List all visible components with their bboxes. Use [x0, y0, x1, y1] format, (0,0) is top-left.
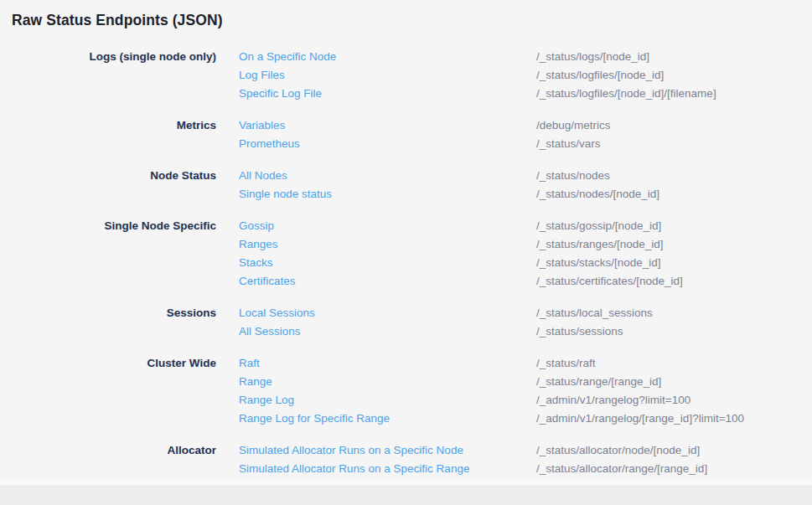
links-column: RaftRangeRange LogRange Log for Specific…: [239, 354, 514, 428]
debug-page: Raw Status Endpoints (JSON) Logs (single…: [0, 0, 812, 505]
endpoint-link[interactable]: All Sessions: [239, 322, 301, 341]
links-column: Local SessionsAll Sessions: [239, 304, 514, 341]
paths-column: /_status/logs/[node_id]/_status/logfiles…: [536, 48, 800, 103]
endpoint-link[interactable]: Gossip: [239, 217, 274, 235]
endpoint-link[interactable]: Prometheus: [239, 135, 300, 153]
endpoint-path: /debug/metrics: [536, 116, 800, 135]
links-column: On a Specific NodeLog FilesSpecific Log …: [239, 48, 514, 103]
endpoint-path: /_status/certificates/[node_id]: [536, 272, 800, 291]
endpoint-group: Node StatusAll NodesSingle node status/_…: [12, 167, 800, 204]
endpoint-path: /_status/nodes: [536, 167, 800, 185]
endpoint-path: /_status/sessions: [536, 322, 800, 341]
endpoint-path: /_status/raft: [536, 354, 800, 373]
group-label: Logs (single node only): [12, 48, 216, 103]
endpoint-path: /_status/vars: [536, 135, 800, 153]
endpoint-link[interactable]: Range Log for Specific Range: [239, 410, 390, 428]
endpoint-group: SessionsLocal SessionsAll Sessions/_stat…: [12, 304, 800, 341]
endpoint-link[interactable]: All Nodes: [239, 167, 287, 185]
links-column: Simulated Allocator Runs on a Specific N…: [239, 441, 514, 478]
endpoint-path: /_status/logs/[node_id]: [536, 48, 800, 66]
paths-column: /_status/nodes/_status/nodes/[node_id]: [536, 167, 800, 204]
endpoint-path: /_status/range/[range_id]: [536, 373, 800, 391]
endpoint-link[interactable]: Simulated Allocator Runs on a Specific N…: [239, 441, 463, 460]
group-label: Single Node Specific: [12, 217, 216, 291]
paths-column: /_status/local_sessions/_status/sessions: [536, 304, 800, 341]
group-label: Sessions: [12, 304, 216, 341]
endpoint-path: /_status/stacks/[node_id]: [536, 254, 800, 272]
endpoint-link[interactable]: Stacks: [239, 254, 273, 272]
endpoint-link[interactable]: Local Sessions: [239, 304, 315, 322]
endpoint-path: /_status/logfiles/[node_id]: [536, 66, 800, 85]
endpoint-path: /_status/nodes/[node_id]: [536, 185, 800, 204]
endpoint-path: /_status/logfiles/[node_id]/[filename]: [536, 85, 800, 103]
endpoint-link[interactable]: Variables: [239, 116, 285, 135]
endpoint-group: Single Node SpecificGossipRangesStacksCe…: [12, 217, 800, 291]
paths-column: /_status/raft/_status/range/[range_id]/_…: [536, 354, 800, 428]
page-title: Raw Status Endpoints (JSON): [12, 10, 800, 30]
endpoint-path: /_status/gossip/[node_id]: [536, 217, 800, 235]
endpoint-group: Cluster WideRaftRangeRange LogRange Log …: [12, 354, 800, 428]
endpoint-link[interactable]: Range: [239, 373, 272, 391]
group-label: Cluster Wide: [12, 354, 216, 428]
paths-column: /debug/metrics/_status/vars: [536, 116, 800, 153]
endpoint-path: /_status/local_sessions: [536, 304, 800, 322]
endpoint-group: Logs (single node only)On a Specific Nod…: [12, 48, 800, 103]
footer-strip: [0, 485, 812, 505]
endpoint-groups: Logs (single node only)On a Specific Nod…: [12, 48, 800, 478]
group-label: Metrics: [12, 116, 216, 153]
endpoint-link[interactable]: Raft: [239, 354, 260, 373]
endpoint-link[interactable]: Specific Log File: [239, 85, 322, 103]
endpoint-link[interactable]: Log Files: [239, 66, 285, 85]
endpoint-group: AllocatorSimulated Allocator Runs on a S…: [12, 441, 800, 478]
paths-column: /_status/gossip/[node_id]/_status/ranges…: [536, 217, 800, 291]
group-label: Node Status: [12, 167, 216, 204]
links-column: VariablesPrometheus: [239, 116, 514, 153]
endpoint-group: MetricsVariablesPrometheus/debug/metrics…: [12, 116, 800, 153]
endpoint-link[interactable]: On a Specific Node: [239, 48, 336, 66]
endpoint-link[interactable]: Single node status: [239, 185, 332, 204]
endpoint-link[interactable]: Range Log: [239, 391, 294, 410]
endpoint-path: /_status/ranges/[node_id]: [536, 235, 800, 254]
paths-column: /_status/allocator/node/[node_id]/_statu…: [536, 441, 800, 478]
endpoint-path: /_admin/v1/rangelog/[range_id]?limit=100: [536, 410, 800, 428]
endpoint-link[interactable]: Ranges: [239, 235, 278, 254]
group-label: Allocator: [12, 441, 216, 478]
endpoint-path: /_status/allocator/node/[node_id]: [536, 441, 800, 460]
links-column: All NodesSingle node status: [239, 167, 514, 204]
endpoint-path: /_admin/v1/rangelog?limit=100: [536, 391, 800, 410]
links-column: GossipRangesStacksCertificates: [239, 217, 514, 291]
endpoint-link[interactable]: Certificates: [239, 272, 296, 291]
